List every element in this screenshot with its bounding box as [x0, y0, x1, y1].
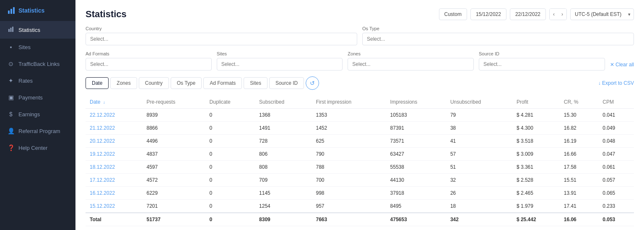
refresh-button[interactable]: ↺	[306, 76, 319, 90]
cell-first_impression: 700	[312, 174, 386, 187]
sidebar-item-payments[interactable]: ▣ Payments	[0, 89, 75, 106]
cell-cr: 17.58	[560, 161, 599, 174]
sidebar-item-sites[interactable]: ▪ Sites	[0, 39, 75, 55]
ostype-input[interactable]	[362, 33, 634, 45]
sidebar-label-trafficback: TrafficBack Links	[18, 61, 60, 67]
table-row: 17.12.2022457207097004413032$ 2.52815.51…	[86, 174, 634, 187]
tab-sourceid[interactable]: Source ID	[269, 77, 304, 89]
total-cpm: 0.053	[598, 213, 634, 226]
cell-duplicate: 0	[205, 148, 255, 161]
cell-unsubscribed: 32	[446, 174, 512, 187]
sidebar-label-help: Help Center	[18, 145, 47, 151]
cell-subscribed: 808	[255, 161, 312, 174]
th-unsubscribed: Unsubscribed	[446, 96, 512, 109]
sidebar-item-earnings[interactable]: $ Earnings	[0, 106, 75, 123]
sites-icon: ▪	[8, 44, 14, 50]
sort-date-icon[interactable]: ↓	[103, 100, 105, 105]
total-subscribed: 8309	[255, 213, 312, 226]
table-header-row: Date ↓ Pre-requests Duplicate Subscribed…	[86, 96, 634, 109]
cell-cr: 15.51	[560, 174, 599, 187]
ostype-label: Os Type	[362, 26, 634, 31]
tab-zones[interactable]: Zones	[110, 77, 137, 89]
th-cpm: CPM	[598, 96, 634, 109]
cell-cpm: 0.047	[598, 148, 634, 161]
timezone-wrapper: UTC-5 (Default EST)	[570, 8, 634, 20]
cell-duplicate: 0	[205, 161, 255, 174]
clear-all-button[interactable]: ✕ Clear all	[610, 59, 634, 71]
tab-date[interactable]: Date	[86, 77, 109, 89]
tab-sites[interactable]: Sites	[244, 77, 267, 89]
zones-input[interactable]	[348, 58, 474, 71]
cell-impressions: 37918	[386, 187, 446, 200]
cell-unsubscribed: 18	[446, 200, 512, 213]
sites-input[interactable]	[217, 58, 343, 71]
sidebar-label-payments: Payments	[18, 94, 43, 101]
cell-duplicate: 0	[205, 200, 255, 213]
sidebar-item-rates[interactable]: ✦ Rates	[0, 72, 75, 89]
th-impressions: Impressions	[386, 96, 446, 109]
table-total-row: Total 51737 0 8309 7663 475653 342 $ 25.…	[86, 213, 634, 226]
cell-prerequests: 4572	[142, 174, 205, 187]
cell-prerequests: 8866	[142, 122, 205, 135]
country-input[interactable]	[86, 33, 357, 45]
cell-cpm: 0.233	[598, 200, 634, 213]
sidebar-item-referral[interactable]: 👤 Referral Program	[0, 123, 75, 139]
payments-icon: ▣	[8, 94, 14, 101]
cell-profit: $ 1.979	[512, 200, 560, 213]
cell-duplicate: 0	[205, 135, 255, 148]
cell-prerequests: 4597	[142, 161, 205, 174]
cell-unsubscribed: 57	[446, 148, 512, 161]
zones-label: Zones	[348, 51, 474, 56]
total-duplicate: 0	[205, 213, 255, 226]
cell-impressions: 8495	[386, 200, 446, 213]
cell-impressions: 63427	[386, 148, 446, 161]
cell-prerequests: 8939	[142, 109, 205, 122]
sidebar: Statistics Statistics ▪ Sites ⊙ TrafficB…	[0, 0, 75, 230]
date-next-button[interactable]: ›	[558, 9, 566, 20]
filter-sites-group: Sites	[217, 51, 343, 71]
date-prev-button[interactable]: ‹	[550, 9, 558, 20]
cell-profit: $ 2.528	[512, 174, 560, 187]
date-nav: ‹ ›	[549, 8, 567, 20]
cell-first_impression: 1353	[312, 109, 386, 122]
table-row: 22.12.2022893901368135310518379$ 4.28115…	[86, 109, 634, 122]
cell-first_impression: 790	[312, 148, 386, 161]
cell-unsubscribed: 26	[446, 187, 512, 200]
cell-profit: $ 3.009	[512, 148, 560, 161]
referral-icon: 👤	[8, 128, 14, 134]
sidebar-label-earnings: Earnings	[18, 111, 40, 118]
stats-table: Date ↓ Pre-requests Duplicate Subscribed…	[86, 96, 634, 226]
svg-rect-4	[10, 28, 12, 32]
sourceid-input[interactable]	[479, 58, 605, 71]
cell-cr: 15.30	[560, 109, 599, 122]
main-content: Statistics Custom 15/12/2022 22/12/2022 …	[75, 0, 644, 230]
table-body: 22.12.2022893901368135310518379$ 4.28115…	[86, 109, 634, 213]
sidebar-label-rates: Rates	[18, 78, 33, 84]
cell-cpm: 0.048	[598, 135, 634, 148]
total-unsubscribed: 342	[446, 213, 512, 226]
cell-subscribed: 709	[255, 174, 312, 187]
date-preset-button[interactable]: Custom	[439, 8, 467, 20]
sidebar-logo: Statistics	[0, 0, 75, 21]
filter-row-2: Ad Formats Sites Zones Source ID ✕ Clear…	[86, 51, 634, 71]
table-row: 18.12.2022459708087885553851$ 3.36117.58…	[86, 161, 634, 174]
timezone-select[interactable]: UTC-5 (Default EST)	[570, 8, 634, 20]
adformats-input[interactable]	[86, 58, 212, 71]
export-csv-button[interactable]: ↓ Export to CSV	[598, 80, 634, 86]
sidebar-item-trafficback[interactable]: ⊙ TrafficBack Links	[0, 55, 75, 72]
cell-subscribed: 728	[255, 135, 312, 148]
cell-duplicate: 0	[205, 122, 255, 135]
th-date: Date ↓	[86, 96, 142, 109]
tab-country[interactable]: Country	[139, 77, 169, 89]
cell-date: 17.12.2022	[86, 174, 142, 187]
cell-unsubscribed: 38	[446, 122, 512, 135]
cell-subscribed: 1145	[255, 187, 312, 200]
cell-cpm: 0.061	[598, 161, 634, 174]
tab-ostype[interactable]: Os Type	[171, 77, 202, 89]
th-first-impression: First impression	[312, 96, 386, 109]
cell-profit: $ 4.281	[512, 109, 560, 122]
sidebar-item-help[interactable]: ❓ Help Center	[0, 139, 75, 156]
earnings-icon: $	[8, 111, 14, 118]
sidebar-item-statistics[interactable]: Statistics	[0, 21, 75, 39]
tab-adformats[interactable]: Ad Formats	[203, 77, 242, 89]
